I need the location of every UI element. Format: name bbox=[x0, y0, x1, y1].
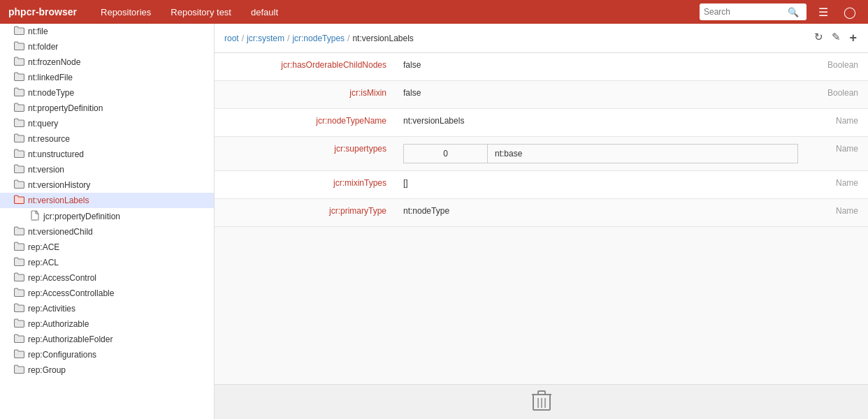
prop-label: jcr:supertypes bbox=[215, 137, 396, 161]
breadcrumb: root / jcr:system / jcr:nodeTypes / nt:v… bbox=[215, 24, 868, 53]
folder-icon bbox=[14, 179, 24, 191]
github-icon[interactable]: ◯ bbox=[840, 2, 860, 22]
sidebar-item-label: rep:Group bbox=[28, 365, 66, 375]
sidebar-item-nt-propertyDefinition[interactable]: nt:propertyDefinition bbox=[0, 101, 214, 116]
file-icon bbox=[31, 210, 40, 222]
sidebar-item-label: rep:AccessControllable bbox=[28, 288, 114, 298]
prop-row: jcr:mixinTypes[]Name bbox=[215, 171, 868, 199]
sidebar-item-nt-query[interactable]: nt:query bbox=[0, 116, 214, 131]
sidebar-item-label: nt:resource bbox=[28, 134, 70, 144]
add-button[interactable]: + bbox=[848, 29, 858, 47]
sidebar-item-rep-ACL[interactable]: rep:ACL bbox=[0, 255, 214, 270]
prop-row: jcr:supertypes0nt:baseName bbox=[215, 137, 868, 171]
sidebar-item-nt-linkedFile[interactable]: nt:linkedFile bbox=[0, 70, 214, 85]
sidebar-item-label: nt:versionedChild bbox=[28, 227, 93, 237]
sidebar-item-rep-AccessControllable[interactable]: rep:AccessControllable bbox=[0, 286, 214, 301]
folder-icon bbox=[14, 272, 24, 284]
prop-type: Name bbox=[805, 171, 868, 195]
sidebar-item-rep-Authorizable[interactable]: rep:Authorizable bbox=[0, 316, 214, 332]
prop-row: jcr:hasOrderableChildNodesfalseBoolean bbox=[215, 53, 868, 81]
sidebar-item-label: nt:versionHistory bbox=[28, 180, 90, 190]
sidebar-item-nt-versionHistory[interactable]: nt:versionHistory bbox=[0, 177, 214, 193]
nav-default[interactable]: default bbox=[241, 0, 288, 24]
sidebar-item-nt-folder[interactable]: nt:folder bbox=[0, 39, 214, 54]
sidebar-item-label: nt:query bbox=[28, 119, 58, 128]
sidebar-item-nt-versionLabels[interactable]: nt:versionLabels bbox=[0, 193, 214, 208]
sidebar-item-rep-AccessControl[interactable]: rep:AccessControl bbox=[0, 270, 214, 286]
folder-icon bbox=[14, 318, 24, 330]
supertypes-index: 0 bbox=[404, 145, 488, 163]
sidebar-item-label: jcr:propertyDefinition bbox=[43, 212, 120, 221]
refresh-button[interactable]: ↻ bbox=[813, 29, 825, 47]
sidebar-item-nt-nodeType[interactable]: nt:nodeType bbox=[0, 85, 214, 101]
folder-icon bbox=[14, 242, 24, 253]
prop-row: jcr:primaryTypent:nodeTypeName bbox=[215, 199, 868, 227]
delete-button[interactable] bbox=[532, 389, 551, 416]
sidebar-item-label: nt:linkedFile bbox=[28, 73, 73, 82]
sidebar-item-label: nt:folder bbox=[28, 42, 58, 52]
folder-icon bbox=[14, 164, 24, 175]
sidebar-item-jcr-propertyDefinition[interactable]: jcr:propertyDefinition bbox=[0, 208, 214, 224]
prop-type: Boolean bbox=[805, 53, 868, 77]
prop-value: nt:versionLabels bbox=[396, 109, 805, 133]
breadcrumb-root[interactable]: root bbox=[224, 34, 239, 43]
search-box: 🔍 bbox=[700, 3, 806, 20]
folder-icon bbox=[14, 26, 24, 37]
sidebar-item-label: rep:ACE bbox=[28, 242, 59, 252]
prop-value: false bbox=[396, 81, 805, 105]
sidebar-item-label: rep:Authorizable bbox=[28, 319, 89, 329]
folder-icon bbox=[14, 41, 24, 52]
breadcrumb-actions: ↻ ✎ + bbox=[813, 29, 858, 47]
bottom-bar bbox=[215, 384, 868, 419]
main-layout: nt:filent:foldernt:frozenNodent:linkedFi… bbox=[0, 24, 868, 419]
nav-repository-test[interactable]: Repository test bbox=[161, 0, 241, 24]
settings-icon[interactable]: ☰ bbox=[813, 2, 833, 22]
nav-repositories[interactable]: Repositories bbox=[91, 0, 161, 24]
content-area: root / jcr:system / jcr:nodeTypes / nt:v… bbox=[215, 24, 868, 419]
sidebar-item-nt-resource[interactable]: nt:resource bbox=[0, 131, 214, 147]
sidebar: nt:filent:foldernt:frozenNodent:linkedFi… bbox=[0, 24, 215, 419]
sidebar-item-label: nt:unstructured bbox=[28, 149, 84, 159]
sidebar-item-label: nt:file bbox=[28, 27, 48, 36]
breadcrumb-jcr-system[interactable]: jcr:system bbox=[247, 34, 284, 43]
folder-icon bbox=[14, 149, 24, 160]
prop-type: Boolean bbox=[805, 81, 868, 105]
prop-label: jcr:isMixin bbox=[215, 81, 396, 105]
sidebar-item-label: rep:Configurations bbox=[28, 350, 96, 360]
sidebar-item-label: nt:propertyDefinition bbox=[28, 103, 103, 113]
folder-icon bbox=[14, 365, 24, 376]
prop-type: Name bbox=[805, 199, 868, 223]
breadcrumb-jcr-nodeTypes[interactable]: jcr:nodeTypes bbox=[292, 34, 345, 43]
folder-icon bbox=[14, 195, 24, 206]
sidebar-item-rep-Configurations[interactable]: rep:Configurations bbox=[0, 347, 214, 362]
sidebar-item-rep-ACE[interactable]: rep:ACE bbox=[0, 240, 214, 255]
prop-label: jcr:hasOrderableChildNodes bbox=[215, 53, 396, 77]
properties-area: jcr:hasOrderableChildNodesfalseBooleanjc… bbox=[215, 53, 868, 384]
sidebar-item-label: nt:nodeType bbox=[28, 88, 74, 98]
breadcrumb-current: nt:versionLabels bbox=[352, 34, 413, 43]
folder-icon bbox=[14, 118, 24, 129]
sidebar-item-nt-unstructured[interactable]: nt:unstructured bbox=[0, 147, 214, 162]
sidebar-item-nt-frozenNode[interactable]: nt:frozenNode bbox=[0, 54, 214, 70]
folder-icon bbox=[14, 288, 24, 299]
sidebar-item-label: rep:AuthorizableFolder bbox=[28, 335, 113, 344]
folder-icon bbox=[14, 133, 24, 145]
folder-icon bbox=[14, 334, 24, 345]
sidebar-item-label: rep:ACL bbox=[28, 258, 59, 267]
sidebar-item-rep-AuthorizableFolder[interactable]: rep:AuthorizableFolder bbox=[0, 332, 214, 347]
sidebar-item-nt-versionedChild[interactable]: nt:versionedChild bbox=[0, 224, 214, 240]
prop-type: Name bbox=[805, 137, 868, 161]
prop-label: jcr:nodeTypeName bbox=[215, 109, 396, 133]
search-input[interactable] bbox=[704, 7, 788, 17]
sidebar-item-label: nt:frozenNode bbox=[28, 57, 80, 67]
sidebar-item-rep-Group[interactable]: rep:Group bbox=[0, 362, 214, 378]
sidebar-item-rep-Activities[interactable]: rep:Activities bbox=[0, 301, 214, 316]
sidebar-item-label: rep:Activities bbox=[28, 304, 75, 314]
svg-rect-5 bbox=[538, 391, 545, 395]
sidebar-item-nt-version[interactable]: nt:version bbox=[0, 162, 214, 177]
top-navbar: phpcr-browser Repositories Repository te… bbox=[0, 0, 868, 24]
sidebar-item-nt-file[interactable]: nt:file bbox=[0, 24, 214, 39]
edit-button[interactable]: ✎ bbox=[830, 29, 842, 47]
prop-type: Name bbox=[805, 109, 868, 133]
search-icon[interactable]: 🔍 bbox=[788, 7, 799, 17]
